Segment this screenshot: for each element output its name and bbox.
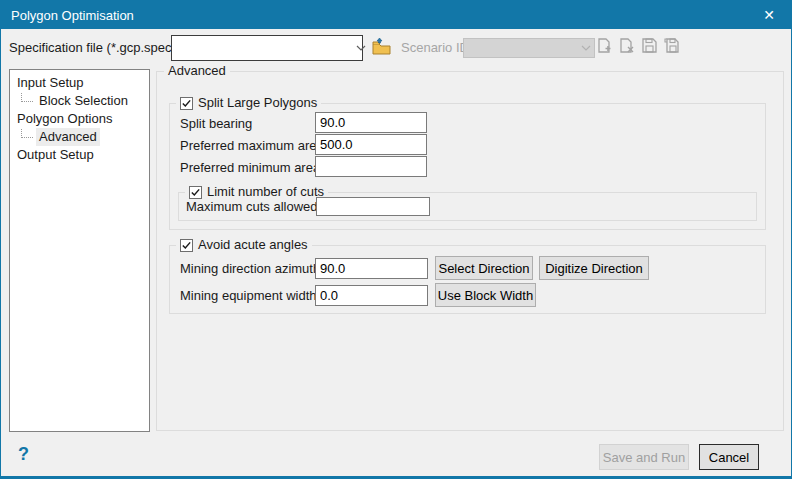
preferred-maximum-area-input[interactable] [315, 134, 427, 155]
preferred-maximum-area-label: Preferred maximum area [180, 138, 324, 153]
tree-item-advanced[interactable]: Advanced [10, 128, 149, 146]
preferred-minimum-area-label: Preferred minimum area [180, 160, 320, 175]
specification-file-label: Specification file (*.gcp.spec) [9, 35, 176, 61]
split-bearing-input[interactable] [315, 112, 427, 133]
polygon-optimisation-dialog: Polygon Optimisation ✕ Specification fil… [0, 0, 792, 479]
check-icon [190, 187, 201, 198]
use-block-width-button[interactable]: Use Block Width [435, 283, 536, 307]
chevron-down-icon[interactable] [356, 45, 366, 51]
split-large-polygons-checkbox[interactable] [180, 97, 193, 110]
advanced-groupbox: Advanced Split Large Polygons Split bear… [156, 71, 784, 431]
tree-branch-connector [21, 129, 33, 138]
limit-number-of-cuts-checkbox[interactable] [189, 186, 202, 199]
window-title: Polygon Optimisation [11, 8, 134, 23]
maximum-cuts-allowed-label: Maximum cuts allowed [186, 199, 318, 214]
help-icon: ? [18, 444, 29, 465]
save-scenario-as-button [663, 39, 679, 55]
folder-open-icon [371, 37, 392, 59]
tree-item-output-setup[interactable]: Output Setup [10, 146, 149, 164]
mining-direction-azimuth-input[interactable] [315, 258, 428, 279]
preferred-minimum-area-input[interactable] [315, 156, 427, 177]
new-scenario-icon [598, 38, 613, 57]
avoid-acute-angles-group: Avoid acute angles Mining direction azim… [169, 245, 766, 314]
scenario-id-combobox [463, 38, 595, 58]
settings-tree: Input Setup Block Selection Polygon Opti… [9, 69, 150, 432]
split-large-polygons-group: Split Large Polygons Split bearing Prefe… [169, 103, 766, 230]
select-direction-button[interactable]: Select Direction [435, 256, 533, 280]
tree-item-input-setup[interactable]: Input Setup [10, 74, 149, 92]
specification-file-input[interactable] [172, 36, 356, 60]
limit-number-of-cuts-group: Limit number of cuts Maximum cuts allowe… [178, 192, 757, 221]
tree-item-block-selection[interactable]: Block Selection [10, 92, 149, 110]
save-and-run-button[interactable]: Save and Run [599, 444, 689, 470]
digitize-direction-button[interactable]: Digitize Direction [539, 256, 649, 280]
save-scenario-button [641, 39, 657, 55]
specification-file-combobox[interactable] [171, 35, 363, 61]
split-large-polygons-label: Split Large Polygons [198, 94, 317, 112]
cancel-button[interactable]: Cancel [699, 444, 759, 470]
help-button[interactable]: ? [18, 444, 38, 466]
tree-branch-connector [21, 93, 33, 102]
check-icon [181, 98, 192, 109]
avoid-acute-angles-label: Avoid acute angles [198, 236, 308, 254]
tree-item-polygon-options[interactable]: Polygon Options [10, 110, 149, 128]
scenario-id-label: Scenario ID [401, 35, 469, 61]
mining-equipment-width-label: Mining equipment width [180, 288, 317, 303]
check-icon [181, 240, 192, 251]
split-bearing-label: Split bearing [180, 116, 252, 131]
new-scenario-button [597, 39, 613, 55]
maximum-cuts-allowed-input[interactable] [316, 197, 430, 216]
save-icon [642, 38, 657, 56]
scenario-toolbar [597, 39, 679, 55]
advanced-group-title: Advanced [164, 63, 230, 79]
delete-scenario-button [619, 39, 635, 55]
chevron-down-icon [578, 45, 594, 51]
mining-direction-azimuth-label: Mining direction azimuth [180, 261, 320, 276]
delete-scenario-icon [620, 38, 635, 57]
close-icon: ✕ [763, 7, 775, 23]
close-button[interactable]: ✕ [747, 1, 791, 29]
save-as-icon [664, 38, 679, 56]
title-bar: Polygon Optimisation ✕ [1, 1, 791, 29]
avoid-acute-angles-checkbox[interactable] [180, 239, 193, 252]
browse-file-button[interactable] [368, 37, 394, 59]
mining-equipment-width-input[interactable] [315, 285, 428, 306]
